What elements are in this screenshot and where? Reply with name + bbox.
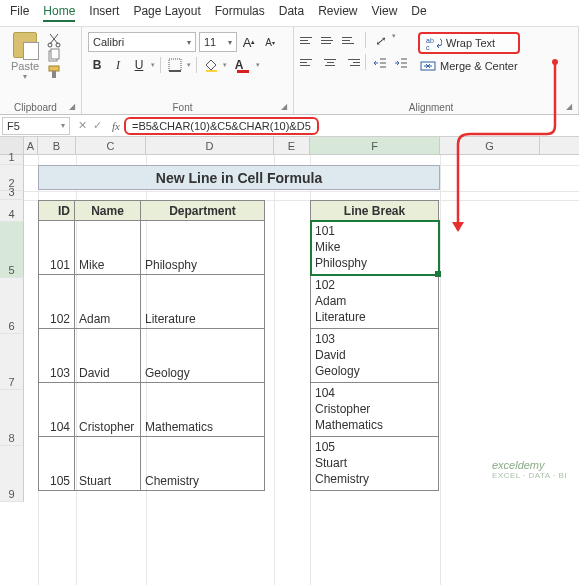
- underline-button[interactable]: U: [130, 56, 148, 74]
- header-linebreak[interactable]: Line Break: [311, 201, 439, 221]
- name-box[interactable]: F5▾: [2, 117, 70, 135]
- cell[interactable]: 102: [39, 275, 75, 329]
- font-group-label: Font: [172, 102, 192, 113]
- menu-bar: File Home Insert Page Layout Formulas Da…: [0, 0, 579, 27]
- cell[interactable]: 105 Stuart Chemistry: [311, 437, 439, 491]
- svg-rect-3: [51, 49, 59, 59]
- cell[interactable]: 103 David Geology: [311, 329, 439, 383]
- col-header[interactable]: C: [76, 137, 146, 154]
- col-header[interactable]: A: [24, 137, 38, 154]
- font-name-combo[interactable]: Calibri▾: [88, 32, 196, 52]
- header-id[interactable]: ID: [39, 201, 75, 221]
- clipboard-group-label: Clipboard: [14, 102, 57, 113]
- cell[interactable]: Adam: [75, 275, 141, 329]
- row-header[interactable]: 1: [0, 155, 24, 165]
- fill-handle[interactable]: [435, 271, 441, 277]
- align-top-icon[interactable]: [300, 32, 318, 48]
- col-header[interactable]: E: [274, 137, 310, 154]
- menu-insert[interactable]: Insert: [89, 4, 119, 22]
- menu-page-layout[interactable]: Page Layout: [133, 4, 200, 22]
- header-name[interactable]: Name: [75, 201, 141, 221]
- copy-icon[interactable]: [46, 48, 62, 62]
- menu-more[interactable]: De: [411, 4, 426, 22]
- decrease-font-icon[interactable]: A▾: [261, 33, 279, 51]
- format-painter-icon[interactable]: [46, 64, 62, 78]
- border-button[interactable]: [166, 56, 184, 74]
- cell[interactable]: Chemistry: [141, 437, 265, 491]
- row-header[interactable]: 9: [0, 446, 24, 502]
- col-header[interactable]: D: [146, 137, 274, 154]
- menu-home[interactable]: Home: [43, 4, 75, 22]
- row-header[interactable]: 6: [0, 278, 24, 334]
- increase-font-icon[interactable]: A▴: [240, 33, 258, 51]
- align-right-icon[interactable]: [342, 54, 360, 70]
- cell[interactable]: 102 Adam Literature: [311, 275, 439, 329]
- group-font: Calibri▾ 11▾ A▴ A▾ B I U▾ ▾ ▾ A▾ Font◢: [82, 27, 294, 114]
- menu-data[interactable]: Data: [279, 4, 304, 22]
- menu-review[interactable]: Review: [318, 4, 357, 22]
- paste-label: Paste: [11, 60, 39, 72]
- font-size-combo[interactable]: 11▾: [199, 32, 237, 52]
- cancel-formula-icon[interactable]: ✕: [78, 119, 87, 132]
- orientation-icon[interactable]: ⤢: [371, 32, 389, 50]
- align-bottom-icon[interactable]: [342, 32, 360, 48]
- linebreak-table: Line Break 101 Mike Philosphy 102 Adam L…: [310, 200, 439, 491]
- align-left-icon[interactable]: [300, 54, 318, 70]
- cell[interactable]: Literature: [141, 275, 265, 329]
- cell[interactable]: 103: [39, 329, 75, 383]
- watermark: exceldemy EXCEL · DATA · BI: [492, 459, 567, 480]
- alignment-launcher-icon[interactable]: ◢: [566, 102, 572, 111]
- font-launcher-icon[interactable]: ◢: [281, 102, 287, 111]
- wrap-text-button[interactable]: abc Wrap Text: [418, 32, 520, 54]
- cell[interactable]: Geology: [141, 329, 265, 383]
- menu-view[interactable]: View: [372, 4, 398, 22]
- row-header[interactable]: 5: [0, 222, 24, 278]
- bold-button[interactable]: B: [88, 56, 106, 74]
- italic-button[interactable]: I: [109, 56, 127, 74]
- svg-rect-4: [49, 66, 59, 71]
- formula-input[interactable]: =B5&CHAR(10)&C5&CHAR(10)&D5: [124, 117, 319, 135]
- align-center-icon[interactable]: [321, 54, 339, 70]
- col-header[interactable]: F: [310, 137, 440, 154]
- cell[interactable]: 104: [39, 383, 75, 437]
- spreadsheet-grid[interactable]: 1 2 3 4 5 6 7 8 9 New Line in Cell Formu…: [0, 155, 579, 502]
- col-header[interactable]: G: [440, 137, 540, 154]
- row-header[interactable]: 4: [0, 200, 24, 222]
- ribbon: Paste ▾ Clipboard◢ Calibri▾ 11▾ A▴ A▾ B …: [0, 27, 579, 115]
- svg-rect-8: [206, 70, 217, 72]
- cell-selected[interactable]: 101 Mike Philosphy: [311, 221, 439, 275]
- cell[interactable]: Stuart: [75, 437, 141, 491]
- menu-formulas[interactable]: Formulas: [215, 4, 265, 22]
- fx-icon[interactable]: fx: [108, 120, 124, 132]
- merge-center-button[interactable]: Merge & Center: [418, 57, 520, 75]
- fill-color-button[interactable]: [202, 56, 220, 74]
- cell[interactable]: David: [75, 329, 141, 383]
- cell[interactable]: Mathematics: [141, 383, 265, 437]
- formula-bar: F5▾ ✕ ✓ fx =B5&CHAR(10)&C5&CHAR(10)&D5: [0, 115, 579, 137]
- cut-icon[interactable]: [46, 32, 62, 46]
- row-header[interactable]: 8: [0, 390, 24, 446]
- clipboard-launcher-icon[interactable]: ◢: [69, 102, 75, 111]
- cell[interactable]: Mike: [75, 221, 141, 275]
- header-dept[interactable]: Department: [141, 201, 265, 221]
- enter-formula-icon[interactable]: ✓: [93, 119, 102, 132]
- align-middle-icon[interactable]: [321, 32, 339, 48]
- cell[interactable]: 104 Cristopher Mathematics: [311, 383, 439, 437]
- merge-label: Merge & Center: [440, 60, 518, 72]
- group-clipboard: Paste ▾ Clipboard◢: [0, 27, 82, 114]
- clipboard-icon: [13, 32, 37, 58]
- col-header[interactable]: B: [38, 137, 76, 154]
- cell[interactable]: 105: [39, 437, 75, 491]
- decrease-indent-icon[interactable]: [371, 54, 389, 72]
- cell[interactable]: Cristopher: [75, 383, 141, 437]
- menu-file[interactable]: File: [10, 4, 29, 22]
- row-header[interactable]: 3: [0, 191, 24, 200]
- title-cell[interactable]: New Line in Cell Formula: [38, 165, 440, 190]
- cell[interactable]: Philosphy: [141, 221, 265, 275]
- increase-indent-icon[interactable]: [392, 54, 410, 72]
- merge-icon: [420, 59, 436, 73]
- cell[interactable]: 101: [39, 221, 75, 275]
- row-header[interactable]: 7: [0, 334, 24, 390]
- svg-text:c: c: [426, 44, 430, 50]
- paste-button[interactable]: Paste ▾: [6, 30, 44, 81]
